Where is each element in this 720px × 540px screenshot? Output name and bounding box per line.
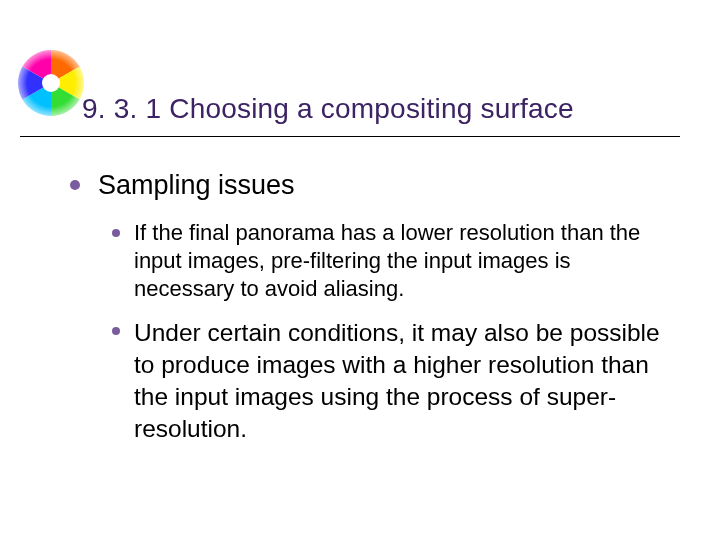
bullet-level2: Under certain conditions, it may also be… bbox=[112, 317, 660, 444]
svg-point-1 bbox=[42, 74, 60, 92]
color-wheel-icon bbox=[16, 48, 86, 118]
bullet-level2-text: Under certain conditions, it may also be… bbox=[134, 317, 660, 444]
bullet-level1-text: Sampling issues bbox=[98, 168, 295, 203]
title-underline bbox=[20, 136, 680, 137]
bullet-level2-text: If the final panorama has a lower resolu… bbox=[134, 219, 660, 303]
bullet-dot-icon bbox=[112, 327, 120, 335]
slide: 9. 3. 1 Choosing a compositing surface S… bbox=[0, 0, 720, 540]
slide-body: Sampling issues If the final panorama ha… bbox=[70, 168, 660, 458]
bullet-level2: If the final panorama has a lower resolu… bbox=[112, 219, 660, 303]
slide-title: 9. 3. 1 Choosing a compositing surface bbox=[82, 93, 574, 125]
bullet-dot-icon bbox=[112, 229, 120, 237]
bullet-level2-list: If the final panorama has a lower resolu… bbox=[112, 219, 660, 445]
bullet-level1: Sampling issues bbox=[70, 168, 660, 203]
bullet-dot-icon bbox=[70, 180, 80, 190]
